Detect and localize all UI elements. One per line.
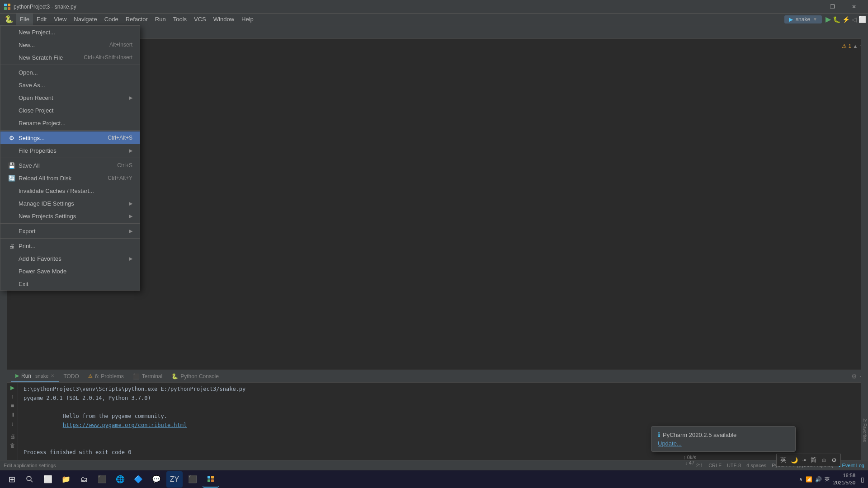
menu-item-new-scratch[interactable]: New Scratch File Ctrl+Alt+Shift+Insert (0, 51, 140, 64)
code-editor[interactable]: import pygame (25, 41, 857, 370)
sys-tray-emoji-icon[interactable]: ☺ (821, 457, 827, 464)
tab-todo[interactable]: TODO (59, 371, 83, 382)
favorites-label[interactable]: 2: Favorites (862, 418, 867, 442)
maximize-button[interactable]: ❐ (822, 0, 843, 14)
close-button[interactable]: ✕ (844, 0, 864, 14)
menu-item-manage-ide[interactable]: Manage IDE Settings ▶ (0, 197, 140, 210)
menu-run[interactable]: Run (151, 14, 170, 25)
volume-icon[interactable]: 🔊 (815, 476, 822, 483)
menu-item-save-as[interactable]: Save As... (0, 79, 140, 91)
menu-tools[interactable]: Tools (170, 14, 190, 25)
menu-item-reload-all[interactable]: 🔄 Reload All from Disk Ctrl+Alt+Y (0, 172, 140, 184)
menu-help[interactable]: Help (238, 14, 257, 25)
sys-tray-moon-icon[interactable]: 🌙 (791, 457, 798, 464)
run-button[interactable]: ▶ (826, 15, 831, 23)
menu-item-rename-project[interactable]: Rename Project... (0, 117, 140, 129)
menu-refactor[interactable]: Refactor (122, 14, 151, 25)
notification-update-link[interactable]: Update... (658, 440, 789, 447)
menu-code[interactable]: Code (101, 14, 122, 25)
new-projects-settings-arrow: ▶ (129, 213, 132, 219)
status-position[interactable]: 2:1 (696, 462, 703, 468)
menu-edit[interactable]: Edit (33, 14, 50, 25)
taskbar-search[interactable] (22, 471, 38, 488)
show-hidden-icons[interactable]: ∧ (799, 476, 803, 483)
tab-run[interactable]: ▶ Run snake ✕ (11, 371, 59, 382)
menu-file[interactable]: File (16, 14, 33, 25)
taskbar-wechat[interactable]: 💬 (148, 471, 165, 488)
run-scroll-icon[interactable]: ↓ (11, 421, 14, 427)
run-config-dropdown-icon: ▼ (813, 17, 817, 22)
menu-item-power-save[interactable]: Power Save Mode (0, 265, 140, 277)
taskbar-file-explorer[interactable]: 📁 (58, 471, 74, 488)
menu-item-file-properties[interactable]: File Properties ▶ (0, 144, 140, 157)
network-icon[interactable]: 📶 (806, 476, 812, 483)
menu-item-save-all[interactable]: 💾 Save All Ctrl+S (0, 159, 140, 172)
menu-item-close-project[interactable]: Close Project (0, 104, 140, 117)
title-bar-left: pythonProject3 - snake.py (4, 3, 76, 10)
menu-item-new[interactable]: New... Alt+Insert (0, 38, 140, 51)
title-bar-controls: ─ ❐ ✕ (800, 0, 864, 14)
tab-python-console[interactable]: 🐍 Python Console (167, 371, 223, 382)
menu-item-open[interactable]: Open... (0, 66, 140, 79)
new-icon (8, 41, 16, 49)
taskbar-browser[interactable]: 🌐 (112, 471, 128, 488)
run-config-selector[interactable]: ▶ snake ▼ (784, 15, 822, 23)
menu-item-print[interactable]: 🖨 Print... (0, 239, 140, 252)
menu-item-new-projects-settings[interactable]: New Projects Settings ▶ (0, 210, 140, 222)
taskbar-edge[interactable]: 🔷 (130, 471, 146, 488)
taskbar-time-display[interactable]: 16:58 2021/5/30 (833, 472, 855, 486)
run-pause-icon[interactable]: ⏸ (10, 412, 15, 418)
profile-button[interactable]: ◁ (852, 16, 857, 23)
sys-tray-bullet-icon[interactable]: ·• (802, 457, 806, 464)
tools-button[interactable]: ⬜ (859, 16, 866, 23)
menu-item-export[interactable]: Export ▶ (0, 225, 140, 237)
menu-vcs[interactable]: VCS (190, 14, 210, 25)
minimize-button[interactable]: ─ (800, 0, 821, 14)
menu-item-open-recent[interactable]: Open Recent ▶ (0, 91, 140, 104)
tab-terminal[interactable]: ⬛ Terminal (128, 371, 167, 382)
sys-tray-cn-icon[interactable]: 简 (811, 456, 816, 464)
show-desktop-button[interactable]: ▯ (861, 476, 864, 483)
taskbar-task-view[interactable]: ⬜ (40, 471, 56, 488)
pygame-community-link[interactable]: https://www.pygame.org/contribute.html (63, 422, 187, 428)
tab-problems[interactable]: ⚠ 6: Problems (84, 371, 128, 382)
run-clear-icon[interactable]: 🗑 (10, 442, 15, 449)
console-line-2: pygame 2.0.1 (SDL 2.0.14, Python 3.7.0) (24, 394, 863, 403)
menu-item-exit[interactable]: Exit (0, 277, 140, 290)
run-rerun-icon[interactable]: ↑ (11, 394, 14, 400)
menu-window[interactable]: Window (210, 14, 238, 25)
taskbar-control-panel[interactable]: ⬛ (94, 471, 110, 488)
edit-app-settings[interactable]: Edit application settings (4, 463, 56, 468)
menu-view[interactable]: View (50, 14, 70, 25)
status-event-log[interactable]: ℹ Event Log (839, 462, 864, 468)
coverage-button[interactable]: ⚡ (842, 16, 850, 23)
menu-navigate[interactable]: Navigate (70, 14, 100, 25)
sys-tray-settings-icon[interactable]: ⚙ (831, 457, 837, 464)
bottom-gear-button[interactable]: ⚙ (851, 373, 857, 380)
menu-item-invalidate-caches[interactable]: Invalidate Caches / Restart... (0, 184, 140, 197)
run-tab-close[interactable]: ✕ (51, 373, 54, 378)
warning-nav-up[interactable]: ▲ (853, 43, 858, 49)
debug-button[interactable]: 🐛 (833, 16, 840, 23)
reload-all-icon: 🔄 (8, 174, 16, 182)
menu-app-logo[interactable]: 🐍 (2, 14, 16, 25)
lang-indicator[interactable]: 英 (825, 476, 830, 483)
status-indent[interactable]: 4 spaces (746, 462, 766, 468)
start-button[interactable]: ⊞ (4, 471, 20, 488)
settings-icon: ⚙ (8, 134, 16, 142)
status-line-endings[interactable]: CRLF (708, 462, 722, 468)
run-stop-icon[interactable]: ■ (11, 403, 14, 409)
menu-item-settings[interactable]: ⚙ Settings... Ctrl+Alt+S (0, 131, 140, 144)
sys-tray-lang-icon[interactable]: 英 (780, 456, 786, 464)
run-print-icon[interactable]: 🖨 (10, 433, 15, 440)
status-encoding[interactable]: UTF-8 (727, 462, 741, 468)
open-recent-arrow: ▶ (129, 95, 132, 101)
menu-item-new-project[interactable]: New Project... (0, 26, 140, 38)
menu-item-add-to-favorites[interactable]: Add to Favorites ▶ (0, 252, 140, 265)
svg-point-4 (27, 476, 31, 481)
taskbar-folder[interactable]: 🗂 (76, 471, 92, 488)
taskbar-pycharm[interactable] (203, 471, 219, 488)
taskbar-zy[interactable]: ZY (166, 471, 183, 488)
run-play-icon[interactable]: ▶ (10, 385, 14, 391)
taskbar-terminal[interactable]: ⬛ (184, 471, 201, 488)
